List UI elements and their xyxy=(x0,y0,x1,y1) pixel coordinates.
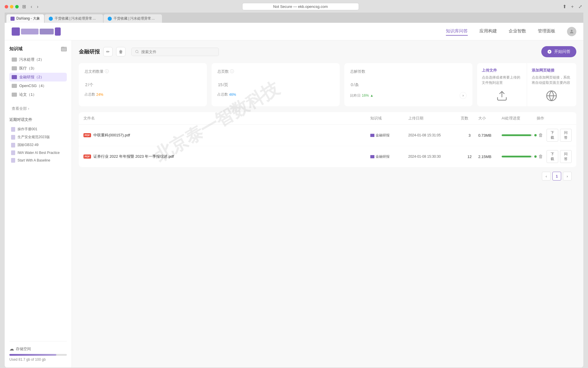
browser-tab-daxiang[interactable]: DaXiang - 大象 xyxy=(6,14,44,23)
new-tab-btn[interactable]: + xyxy=(570,4,575,10)
nav-link-app[interactable]: 应用构建 xyxy=(479,27,497,36)
minimize-traffic-light[interactable] xyxy=(10,5,13,8)
knowledge-item-paper[interactable]: 论文（1） xyxy=(9,90,67,99)
knowledge-cell-0: 金融研报 xyxy=(370,133,408,138)
add-link-icon-area[interactable] xyxy=(532,90,572,102)
file-icon-4 xyxy=(11,158,15,163)
stats-cards-group: 总文档数量 ⓘ 2/个 占总数 24% xyxy=(79,63,472,106)
start-qa-icon xyxy=(547,49,552,54)
add-link-card: 添加网页链接 点击添加网页链接，系统将自动提取页面主要内容 xyxy=(527,63,577,106)
nav-links: 知识库问答 应用构建 企业智数 管理面板 xyxy=(446,27,555,36)
size-cell-1: 2.15MB xyxy=(478,155,502,159)
file-name-cell-0: PDF 中联重科(000157).pdf xyxy=(83,133,370,138)
progress-bar-1 xyxy=(502,156,533,157)
storage-title: ☁ 存储空间 xyxy=(9,346,67,352)
sidebar: 知识域 污水处理（2） 医疗（3） xyxy=(5,40,72,367)
knowledge-item-finance[interactable]: 金融研报（2） xyxy=(9,73,67,81)
stat-percent-pages: 46% xyxy=(229,93,236,97)
delete-file-btn-0[interactable]: 🗑 xyxy=(537,129,545,142)
delete-file-btn-1[interactable]: 🗑 xyxy=(537,150,545,163)
knowledge-item-opencsg[interactable]: OpenCSG（4） xyxy=(9,81,67,90)
add-link-desc: 点击添加网页链接，系统将自动提取页面主要内容 xyxy=(532,75,572,85)
link-icon xyxy=(546,90,557,102)
knowledge-label-water: 污水处理（2） xyxy=(19,57,44,62)
answers-detail-btn[interactable]: › xyxy=(460,92,467,99)
next-page-btn[interactable]: › xyxy=(563,172,572,180)
cloud-icon: ☁ xyxy=(9,346,14,352)
recent-item-4[interactable]: Start With A Baseline xyxy=(9,157,67,164)
stat-card-docs: 总文档数量 ⓘ 2/个 占总数 24% xyxy=(79,63,207,106)
col-header-filename: 文件名 xyxy=(83,116,370,121)
qa-btn-0[interactable]: 问 答 xyxy=(560,129,572,142)
stat-value-answers: 0/条 xyxy=(350,78,467,88)
folder-icon-opencsg xyxy=(12,84,17,88)
nav-link-qa[interactable]: 知识库问答 xyxy=(446,27,468,36)
folder-icon-water xyxy=(12,58,17,62)
knowledge-item-medical[interactable]: 医疗（3） xyxy=(9,64,67,73)
nav-link-admin[interactable]: 管理面板 xyxy=(538,27,555,36)
page-1-btn[interactable]: 1 xyxy=(552,172,561,180)
user-avatar[interactable] xyxy=(567,27,576,36)
knowledge-label-opencsg: OpenCSG（4） xyxy=(19,83,46,88)
pdf-badge-0: PDF xyxy=(83,133,91,137)
svg-point-2 xyxy=(136,50,138,53)
knowledge-item-water[interactable]: 污水处理（2） xyxy=(9,55,67,64)
filename-1: 证券行业 2022 年年报暨 2023 年一季报综述.pdf xyxy=(93,154,174,159)
stat-footer-answers: 比昨日 16% ▲ › xyxy=(350,92,467,99)
share-btn[interactable]: ⬆ xyxy=(561,3,568,10)
add-knowledge-btn[interactable] xyxy=(61,47,67,51)
top-nav: 知识库问答 应用构建 企业智数 管理面板 xyxy=(5,23,583,40)
action-buttons-0: 🗑 下 载 问 答 xyxy=(537,129,572,142)
start-qa-button[interactable]: 开始问答 xyxy=(541,46,576,57)
delete-btn[interactable]: 🗑 xyxy=(116,47,125,56)
start-qa-label: 开始问答 xyxy=(554,49,570,54)
stats-actions-row: 总文档数量 ⓘ 2/个 占总数 24% xyxy=(79,63,576,106)
folder-icon-medical xyxy=(12,66,17,70)
progress-cell-1 xyxy=(502,155,537,158)
fullscreen-btn[interactable]: ⤢ xyxy=(577,3,583,10)
prev-page-btn[interactable]: ‹ xyxy=(542,172,551,180)
progress-cell-0 xyxy=(502,134,537,136)
logo-block-3 xyxy=(40,29,54,34)
recent-item-1[interactable]: 生产安全规范2023版 xyxy=(9,133,67,141)
folder-icon-finance xyxy=(12,75,17,79)
col-header-knowledge: 知识域 xyxy=(370,116,408,121)
trend-up-icon: ▲ xyxy=(370,93,374,98)
recent-item-3[interactable]: IWA Water AI Best Practice xyxy=(9,149,67,157)
logo-block-1 xyxy=(12,27,20,36)
download-btn-0[interactable]: 下 载 xyxy=(547,129,558,142)
stat-footer-docs: 占总数 24% xyxy=(85,92,201,97)
close-traffic-light[interactable] xyxy=(5,5,8,8)
svg-line-3 xyxy=(138,53,138,53)
back-btn[interactable]: ‹ xyxy=(29,4,33,10)
recent-item-2[interactable]: 国标GB32-49 xyxy=(9,141,67,149)
forward-btn[interactable]: › xyxy=(36,4,39,10)
storage-used-text: Used 81.7 gb of 100 gb xyxy=(9,357,67,362)
edit-btn[interactable]: ✏ xyxy=(103,47,113,56)
maximize-traffic-light[interactable] xyxy=(15,5,19,8)
size-cell-0: 0.73MB xyxy=(478,133,502,138)
recent-item-0[interactable]: 操作手册001 xyxy=(9,125,67,133)
kb-folder-icon-0 xyxy=(370,134,374,137)
browser-tab-3[interactable]: 干货收藏 | 污水处理异常状态分析汇总！！ xyxy=(104,14,162,23)
qa-btn-1[interactable]: 问 答 xyxy=(560,150,572,163)
nav-link-enterprise[interactable]: 企业智数 xyxy=(509,27,526,36)
col-header-size: 大小 xyxy=(478,116,502,121)
knowledge-list: 污水处理（2） 医疗（3） 金融研报（2） OpenCSG（4） xyxy=(9,55,67,99)
stat-footer-pages: 占总数 46% xyxy=(217,92,334,97)
sidebar-toggle-btn[interactable]: ⊞ xyxy=(21,3,27,10)
download-btn-1[interactable]: 下 载 xyxy=(547,150,558,163)
date-cell-1: 2024-01-08 15:30:30 xyxy=(408,155,461,159)
logo-blocks xyxy=(12,27,61,36)
browser-toolbar: ⊞ ‹ › Not Secure — ekb.opencsg.com ⬆ + ⤢ xyxy=(5,3,583,10)
search-input[interactable] xyxy=(141,50,215,54)
view-all-btn[interactable]: 查看全部 › xyxy=(9,105,67,112)
upload-icon-area[interactable] xyxy=(482,90,522,102)
recent-section-title: 近期对话文件 xyxy=(9,117,67,122)
browser-tab-2[interactable]: 干货收藏 | 污水处理异常状态分析汇总！！ xyxy=(45,14,103,23)
file-icon-2 xyxy=(11,143,15,147)
address-input[interactable]: Not Secure — ekb.opencsg.com xyxy=(242,3,359,10)
col-header-date: 上传日期 xyxy=(408,116,461,121)
file-icon-0 xyxy=(11,127,15,132)
info-icon-pages: ⓘ xyxy=(230,69,234,74)
